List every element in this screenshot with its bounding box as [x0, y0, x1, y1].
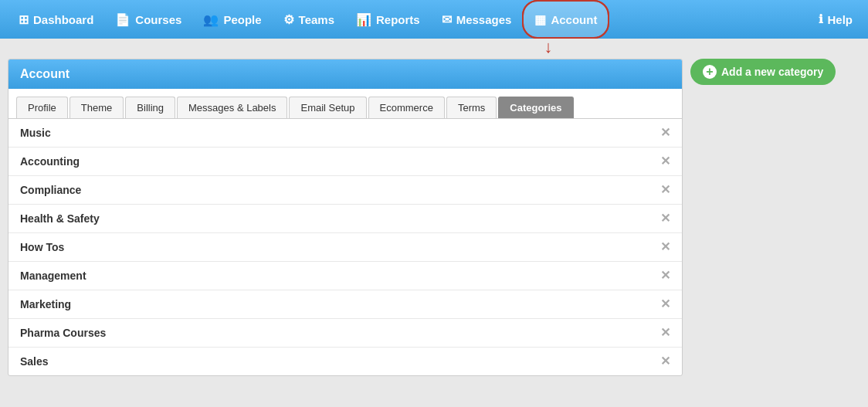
category-name-accounting: Accounting [20, 155, 80, 168]
add-category-label: Add a new category [721, 66, 823, 78]
category-row-music: Music✕ [8, 119, 682, 148]
help-icon: ℹ [819, 12, 823, 26]
category-name-pharma-courses: Pharma Courses [20, 327, 106, 339]
tab-billing[interactable]: Billing [125, 97, 175, 118]
delete-category-management[interactable]: ✕ [660, 270, 670, 282]
category-row-compliance: Compliance✕ [8, 176, 682, 205]
category-row-management: Management✕ [8, 262, 682, 290]
category-row-sales: Sales✕ [8, 348, 682, 375]
arrow-indicator: ↓ [0, 39, 868, 51]
delete-category-health-safety[interactable]: ✕ [660, 212, 670, 225]
delete-category-compliance[interactable]: ✕ [660, 184, 670, 196]
delete-category-marketing[interactable]: ✕ [660, 298, 670, 310]
nav-people[interactable]: 👥 People [192, 0, 272, 39]
category-row-health-safety: Health & Safety✕ [8, 205, 682, 233]
category-name-compliance: Compliance [20, 184, 81, 196]
nav-dashboard-label: Dashboard [33, 13, 93, 26]
dropdown-arrow: ↓ [544, 39, 553, 56]
category-row-pharma-courses: Pharma Courses✕ [8, 319, 682, 348]
category-name-how-tos: How Tos [20, 241, 64, 253]
nav-help-label: Help [827, 13, 853, 26]
category-name-marketing: Marketing [20, 298, 71, 310]
delete-category-sales[interactable]: ✕ [660, 355, 670, 368]
panel-title: Account [20, 67, 70, 80]
nav-account[interactable]: ▦ Account [522, 0, 609, 39]
delete-category-music[interactable]: ✕ [660, 127, 670, 139]
category-row-how-tos: How Tos✕ [8, 233, 682, 262]
tab-terms[interactable]: Terms [446, 97, 497, 118]
reports-icon: 📊 [356, 12, 371, 27]
nav-teams-label: Teams [299, 13, 334, 26]
dashboard-icon: ⊞ [19, 12, 29, 27]
nav-reports-label: Reports [376, 13, 420, 26]
delete-category-pharma-courses[interactable]: ✕ [660, 327, 670, 339]
nav-teams[interactable]: ⚙ Teams [273, 0, 345, 39]
category-name-management: Management [20, 270, 86, 282]
teams-icon: ⚙ [283, 12, 294, 27]
nav-reports[interactable]: 📊 Reports [345, 0, 431, 39]
plus-icon: + [703, 65, 717, 79]
tab-ecommerce[interactable]: Ecommerce [368, 97, 445, 118]
category-name-health-safety: Health & Safety [20, 212, 100, 225]
nav-dashboard[interactable]: ⊞ Dashboard [8, 0, 104, 39]
content-panel: Account ProfileThemeBillingMessages & La… [8, 59, 683, 376]
sidebar: + Add a new category [690, 59, 860, 376]
nav-account-label: Account [551, 13, 597, 26]
top-nav: ⊞ Dashboard 📄 Courses 👥 People ⚙ Teams 📊… [0, 0, 868, 39]
nav-messages[interactable]: ✉ Messages [431, 0, 523, 39]
people-icon: 👥 [203, 12, 219, 27]
panel-header: Account [8, 59, 682, 89]
nav-courses[interactable]: 📄 Courses [104, 0, 192, 39]
nav-courses-label: Courses [135, 13, 181, 26]
delete-category-accounting[interactable]: ✕ [660, 155, 670, 168]
tab-email-setup[interactable]: Email Setup [289, 97, 366, 118]
nav-people-label: People [223, 13, 261, 26]
tab-theme[interactable]: Theme [70, 97, 124, 118]
main-layout: Account ProfileThemeBillingMessages & La… [0, 51, 868, 384]
category-list: Music✕Accounting✕Compliance✕Health & Saf… [8, 119, 682, 375]
category-name-music: Music [20, 127, 51, 139]
category-row-accounting: Accounting✕ [8, 148, 682, 176]
add-category-button[interactable]: + Add a new category [690, 59, 836, 85]
delete-category-how-tos[interactable]: ✕ [660, 241, 670, 253]
tabs-container: ProfileThemeBillingMessages & LabelsEmai… [8, 89, 682, 119]
nav-help[interactable]: ℹ Help [811, 12, 860, 26]
tab-categories[interactable]: Categories [498, 97, 573, 118]
courses-icon: 📄 [115, 12, 131, 27]
messages-icon: ✉ [442, 12, 452, 27]
account-icon: ▦ [534, 12, 546, 27]
category-name-sales: Sales [20, 355, 49, 368]
nav-messages-label: Messages [456, 13, 512, 26]
tab-profile[interactable]: Profile [16, 97, 68, 118]
tab-messages-labels[interactable]: Messages & Labels [177, 97, 287, 118]
category-row-marketing: Marketing✕ [8, 290, 682, 319]
